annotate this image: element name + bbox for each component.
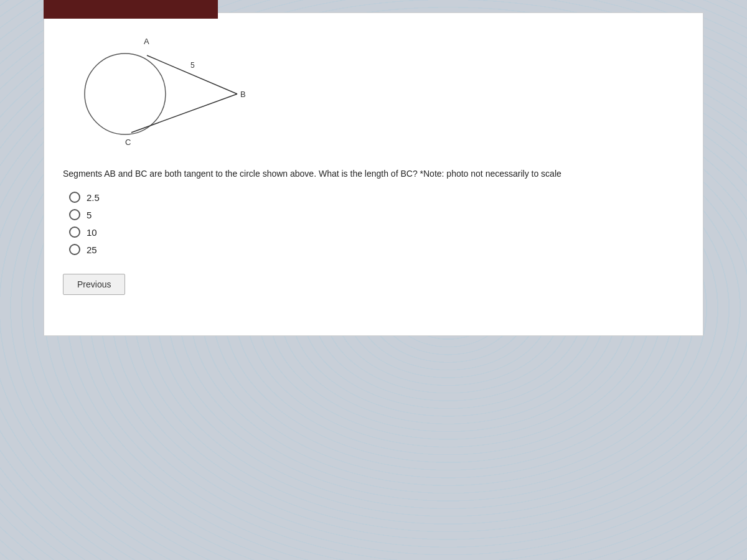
label-a: A — [144, 37, 149, 46]
svg-point-0 — [85, 54, 166, 134]
svg-line-2 — [131, 94, 237, 133]
diagram-area: A B C 5 — [63, 26, 684, 156]
choice-label-25: 25 — [87, 245, 97, 255]
radio-10[interactable] — [69, 226, 80, 238]
radio-5[interactable] — [69, 209, 80, 220]
top-bar — [44, 0, 218, 19]
choice-label-10: 10 — [87, 227, 97, 238]
question-text: Segments AB and BC are both tangent to t… — [63, 167, 684, 180]
choice-label-2-5: 2.5 — [87, 192, 100, 203]
radio-2-5[interactable] — [69, 192, 80, 203]
choice-item-5[interactable]: 5 — [69, 209, 684, 220]
question-card: A B C 5 Segments AB and BC are both tang… — [44, 12, 703, 336]
label-c: C — [125, 138, 131, 147]
choice-item-25[interactable]: 25 — [69, 244, 684, 255]
previous-button[interactable]: Previous — [63, 274, 125, 295]
choice-item-2-5[interactable]: 2.5 — [69, 192, 684, 203]
radio-25[interactable] — [69, 244, 80, 255]
choices-container: 2.5 5 10 25 — [69, 192, 684, 255]
segment-label-5: 5 — [190, 61, 195, 70]
choice-label-5: 5 — [87, 210, 92, 220]
geometry-diagram: A B C 5 — [63, 26, 262, 156]
choice-item-10[interactable]: 10 — [69, 226, 684, 238]
label-b: B — [240, 90, 246, 99]
